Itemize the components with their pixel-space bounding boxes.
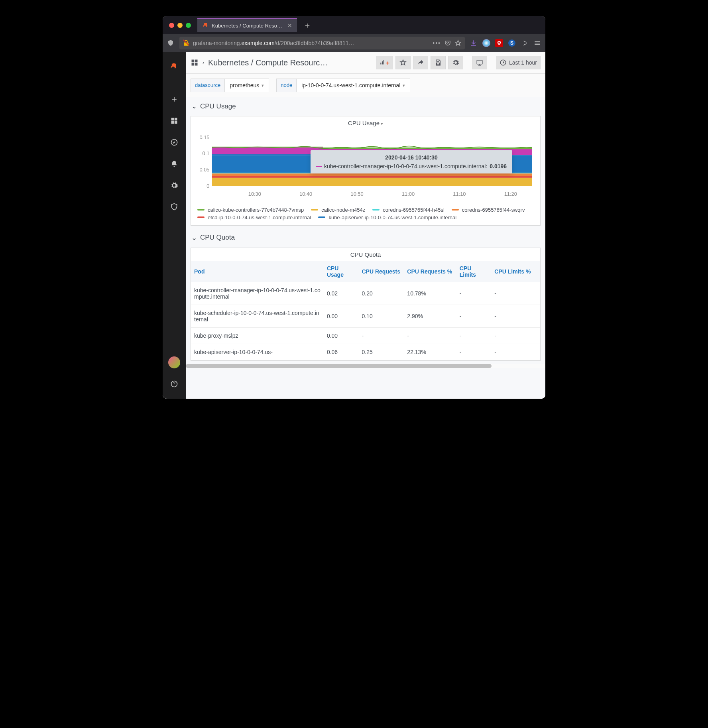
url-text: grafana-monitoring.example.com/d/200ac8f… xyxy=(193,40,429,46)
extension-icon-2[interactable]: S xyxy=(505,37,518,49)
timerange-button[interactable]: Last 1 hour xyxy=(496,56,541,69)
cell-lim: - xyxy=(456,344,492,360)
cell-limp: - xyxy=(491,305,540,327)
table-header-row: Pod CPU Usage CPU Requests CPU Requests … xyxy=(191,261,540,282)
col-cpu-requests-pct[interactable]: CPU Requests % xyxy=(404,261,456,282)
cell-lim: - xyxy=(456,282,492,305)
col-cpu-usage[interactable]: CPU Usage xyxy=(324,261,359,282)
save-dashboard-button[interactable] xyxy=(431,56,446,69)
cell-req: 0.20 xyxy=(358,282,404,305)
browser-tab[interactable]: Kubernetes / Compute Resourc… ✕ xyxy=(197,18,297,32)
panel-cpu-quota: CPU Quota Pod CPU Usage CPU Requests CPU… xyxy=(191,248,541,361)
tooltip-timestamp: 2020-04-16 10:40:30 xyxy=(316,154,507,161)
user-avatar[interactable] xyxy=(166,354,183,371)
menu-icon[interactable] xyxy=(531,37,544,49)
page-actions-icon[interactable]: ••• xyxy=(433,40,441,46)
grafana-logo-icon[interactable] xyxy=(166,58,183,75)
ublock-icon[interactable] xyxy=(493,37,505,49)
dashboard-breadcrumb[interactable]: › Kubernetes / Compute Resourc… xyxy=(191,58,374,67)
legend-item[interactable]: coredns-6955765f44-swqrv xyxy=(452,207,525,213)
cell-req: - xyxy=(358,327,404,344)
col-pod[interactable]: Pod xyxy=(191,261,324,282)
legend-item[interactable]: etcd-ip-10-0-0-74.us-west-1.compute.inte… xyxy=(197,214,311,220)
cell-usage: 0.00 xyxy=(324,327,359,344)
new-tab-button[interactable]: ＋ xyxy=(303,20,311,31)
maximize-window-button[interactable] xyxy=(186,23,191,28)
tooltip-series: kube-controller-manager-ip-10-0-0-74.us-… xyxy=(324,163,487,169)
tooltip-value: 0.0196 xyxy=(490,163,507,169)
chevron-right-icon: › xyxy=(203,60,204,65)
var-value[interactable]: ip-10-0-0-74.us-west-1.compute.internal xyxy=(297,79,410,92)
create-icon[interactable] xyxy=(166,91,183,108)
y-tick: 0.15 xyxy=(199,134,209,140)
overflow-icon[interactable] xyxy=(518,37,531,49)
col-cpu-limits[interactable]: CPU Limits xyxy=(456,261,492,282)
star-dashboard-button[interactable] xyxy=(395,56,411,69)
var-label: datasource xyxy=(191,79,225,92)
address-bar[interactable]: grafana-monitoring.example.com/d/200ac8f… xyxy=(179,37,465,49)
dashboard-topbar: › Kubernetes / Compute Resourc… + Last 1… xyxy=(186,52,545,74)
panel-title: CPU Quota xyxy=(191,248,540,261)
minimize-window-button[interactable] xyxy=(177,23,183,28)
cell-reqp: 2.90% xyxy=(404,305,456,327)
x-tick: 11:20 xyxy=(504,191,517,197)
tab-title: Kubernetes / Compute Resourc… xyxy=(212,23,284,29)
y-tick: 0.05 xyxy=(199,167,209,173)
add-panel-button[interactable]: + xyxy=(376,56,393,69)
dashboards-icon[interactable] xyxy=(166,112,183,129)
settings-button[interactable] xyxy=(448,56,463,69)
star-icon[interactable] xyxy=(454,39,462,47)
cell-reqp: 22.13% xyxy=(404,344,456,360)
table-row: kube-proxy-mslpz 0.00 - - - - xyxy=(191,327,540,344)
help-icon[interactable]: ? xyxy=(166,376,183,392)
grafana-favicon-icon xyxy=(202,22,208,29)
dashboard-title: Kubernetes / Compute Resourc… xyxy=(208,58,328,67)
template-variables: datasource prometheus node ip-10-0-0-74.… xyxy=(186,74,545,97)
cell-pod: kube-apiserver-ip-10-0-0-74.us- xyxy=(191,344,324,360)
legend-item[interactable]: kube-apiserver-ip-10-0-0-74.us-west-1.co… xyxy=(318,214,456,220)
extension-icon-1[interactable] xyxy=(480,37,493,49)
cell-lim: - xyxy=(456,327,492,344)
cell-pod: kube-controller-manager-ip-10-0-0-74.us-… xyxy=(191,282,324,305)
x-tick: 10:50 xyxy=(351,191,364,197)
legend-item[interactable]: calico-kube-controllers-77c4b7448-7vmsp xyxy=(197,207,304,213)
y-tick: 0 xyxy=(206,183,209,189)
var-value[interactable]: prometheus xyxy=(225,79,269,92)
downloads-icon[interactable] xyxy=(467,37,480,49)
table-row: kube-controller-manager-ip-10-0-0-74.us-… xyxy=(191,282,540,305)
cell-req: 0.10 xyxy=(358,305,404,327)
grafana-sidebar: ? xyxy=(163,52,186,399)
chevron-down-icon: ⌄ xyxy=(191,234,197,242)
browser-toolbar: grafana-monitoring.example.com/d/200ac8f… xyxy=(163,34,545,52)
legend-item[interactable]: coredns-6955765f44-h45sl xyxy=(372,207,444,213)
configuration-icon[interactable] xyxy=(166,177,183,194)
tooltip-swatch xyxy=(316,166,322,167)
window-controls xyxy=(166,23,191,28)
svg-rect-14 xyxy=(212,148,323,154)
share-dashboard-button[interactable] xyxy=(413,56,428,69)
horizontal-scrollbar[interactable] xyxy=(186,364,545,368)
alerting-icon[interactable] xyxy=(166,155,183,172)
cell-pod: kube-scheduler-ip-10-0-0-74.us-west-1.co… xyxy=(191,305,324,327)
panel-title[interactable]: CPU Usage xyxy=(191,116,540,130)
close-tab-icon[interactable]: ✕ xyxy=(287,22,292,29)
col-cpu-limits-pct[interactable]: CPU Limits % xyxy=(491,261,540,282)
cell-limp: - xyxy=(491,344,540,360)
pocket-icon[interactable] xyxy=(444,39,451,47)
table-row: kube-apiserver-ip-10-0-0-74.us- 0.06 0.2… xyxy=(191,344,540,360)
tracking-protection-icon[interactable] xyxy=(164,37,177,49)
cycle-view-button[interactable] xyxy=(472,56,487,69)
close-window-button[interactable] xyxy=(169,23,174,28)
var-datasource[interactable]: datasource prometheus xyxy=(191,79,269,92)
server-admin-icon[interactable] xyxy=(166,199,183,215)
explore-icon[interactable] xyxy=(166,134,183,151)
row-cpu-usage[interactable]: ⌄ CPU Usage xyxy=(186,97,545,113)
legend-item[interactable]: calico-node-m454z xyxy=(311,207,365,213)
row-cpu-quota[interactable]: ⌄ CPU Quota xyxy=(186,229,545,244)
dashboards-grid-icon xyxy=(191,59,199,67)
svg-rect-11 xyxy=(212,178,532,186)
col-cpu-requests[interactable]: CPU Requests xyxy=(358,261,404,282)
svg-text:?: ? xyxy=(173,382,175,386)
timerange-label: Last 1 hour xyxy=(509,59,537,66)
var-node[interactable]: node ip-10-0-0-74.us-west-1.compute.inte… xyxy=(276,79,410,92)
